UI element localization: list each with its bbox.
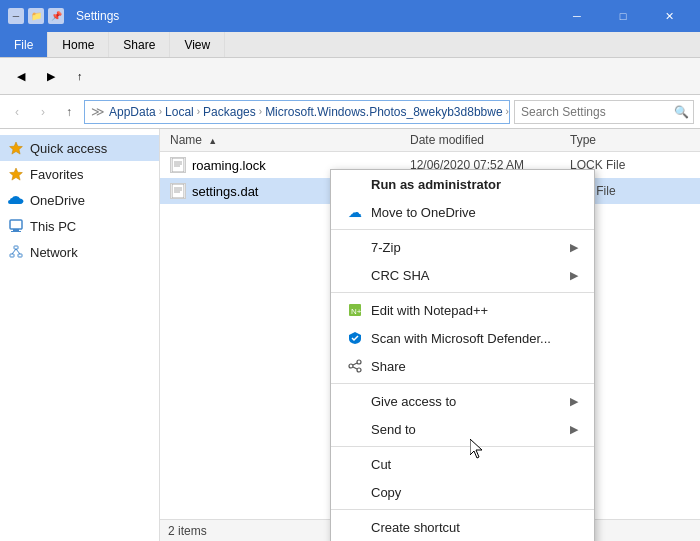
context-menu: Run as administrator ☁ Move to OneDrive … bbox=[330, 169, 595, 541]
svg-rect-3 bbox=[13, 229, 19, 231]
ribbon-up-button[interactable]: ↑ bbox=[68, 66, 92, 86]
ribbon-forward-button[interactable]: ▶ bbox=[38, 66, 64, 87]
svg-line-24 bbox=[353, 367, 357, 369]
svg-rect-7 bbox=[18, 254, 22, 257]
sidebar: Quick access Favorites OneDrive This PC … bbox=[0, 129, 160, 541]
ctx-separator-5 bbox=[331, 509, 594, 510]
onedrive-icon bbox=[8, 192, 24, 208]
file-icon-roaming bbox=[170, 157, 186, 173]
col-header-date: Date modified bbox=[410, 133, 570, 147]
svg-text:N+: N+ bbox=[351, 307, 362, 316]
svg-point-22 bbox=[357, 368, 361, 372]
ctx-crc-sha[interactable]: CRC SHA ▶ bbox=[331, 261, 594, 289]
ctx-defender[interactable]: Scan with Microsoft Defender... bbox=[331, 324, 594, 352]
file-icon-settings bbox=[170, 183, 186, 199]
svg-marker-1 bbox=[10, 168, 23, 180]
path-local: Local bbox=[165, 105, 194, 119]
notepadpp-icon: N+ bbox=[347, 302, 363, 318]
ribbon: File Home Share View ◀ ▶ ↑ bbox=[0, 32, 700, 95]
search-icon: 🔍 bbox=[674, 105, 689, 119]
defender-icon bbox=[347, 330, 363, 346]
onedrive-ctx-icon: ☁ bbox=[347, 204, 363, 220]
computer-icon bbox=[8, 218, 24, 234]
up-button[interactable]: ↑ bbox=[58, 101, 80, 123]
sidebar-item-network[interactable]: Network bbox=[0, 239, 159, 265]
svg-line-8 bbox=[12, 249, 16, 254]
sort-arrow: ▲ bbox=[208, 136, 217, 146]
admin-icon bbox=[347, 176, 363, 192]
minimize-button[interactable]: ─ bbox=[554, 0, 600, 32]
send-to-icon bbox=[347, 421, 363, 437]
file-list-header: Name ▲ Date modified Type bbox=[160, 129, 700, 152]
col-header-name: Name ▲ bbox=[160, 133, 410, 147]
svg-line-9 bbox=[16, 249, 20, 254]
svg-rect-10 bbox=[172, 158, 184, 172]
ctx-arrow-send-to: ▶ bbox=[570, 423, 578, 436]
col-header-type: Type bbox=[570, 133, 700, 147]
sidebar-item-onedrive[interactable]: OneDrive bbox=[0, 187, 159, 213]
ctx-run-as-admin[interactable]: Run as administrator bbox=[331, 170, 594, 198]
title-bar: ─ 📁 📌 Settings ─ □ ✕ bbox=[0, 0, 700, 32]
close-button[interactable]: ✕ bbox=[646, 0, 692, 32]
tab-home[interactable]: Home bbox=[48, 32, 109, 57]
favorites-icon bbox=[8, 166, 24, 182]
sidebar-item-favorites[interactable]: Favorites bbox=[0, 161, 159, 187]
svg-point-20 bbox=[357, 360, 361, 364]
search-input[interactable] bbox=[514, 100, 694, 124]
ctx-give-access[interactable]: Give access to ▶ bbox=[331, 387, 594, 415]
window-controls: ─ □ ✕ bbox=[554, 0, 692, 32]
forward-button[interactable]: › bbox=[32, 101, 54, 123]
sidebar-item-quick-access[interactable]: Quick access bbox=[0, 135, 159, 161]
path-appdata: AppData bbox=[109, 105, 156, 119]
address-bar: ‹ › ↑ ≫ AppData › Local › Packages › Mic… bbox=[0, 95, 700, 129]
sidebar-label-quick-access: Quick access bbox=[30, 141, 107, 156]
path-packages: Packages bbox=[203, 105, 256, 119]
title-minimize-icon: ─ bbox=[8, 8, 24, 24]
ctx-notepadpp[interactable]: N+ Edit with Notepad++ bbox=[331, 296, 594, 324]
give-access-icon bbox=[347, 393, 363, 409]
window-title: Settings bbox=[76, 9, 119, 23]
title-pin-icon: 📌 bbox=[48, 8, 64, 24]
ctx-cut[interactable]: Cut bbox=[331, 450, 594, 478]
ctx-arrow-crc: ▶ bbox=[570, 269, 578, 282]
tab-file[interactable]: File bbox=[0, 32, 48, 57]
network-icon bbox=[8, 244, 24, 260]
maximize-button[interactable]: □ bbox=[600, 0, 646, 32]
status-text: 2 items bbox=[168, 524, 207, 538]
ctx-copy[interactable]: Copy bbox=[331, 478, 594, 506]
sidebar-label-favorites: Favorites bbox=[30, 167, 83, 182]
svg-rect-5 bbox=[14, 246, 18, 249]
svg-marker-0 bbox=[10, 142, 23, 154]
ctx-share[interactable]: Share bbox=[331, 352, 594, 380]
star-icon bbox=[8, 140, 24, 156]
title-bar-icons: ─ 📁 📌 bbox=[8, 8, 64, 24]
ctx-separator-2 bbox=[331, 292, 594, 293]
sidebar-label-network: Network bbox=[30, 245, 78, 260]
share-icon bbox=[347, 358, 363, 374]
ctx-send-to[interactable]: Send to ▶ bbox=[331, 415, 594, 443]
ctx-arrow-give-access: ▶ bbox=[570, 395, 578, 408]
ctx-separator-3 bbox=[331, 383, 594, 384]
sidebar-label-this-pc: This PC bbox=[30, 219, 76, 234]
copy-icon bbox=[347, 484, 363, 500]
address-path[interactable]: ≫ AppData › Local › Packages › Microsoft… bbox=[84, 100, 510, 124]
svg-line-23 bbox=[353, 363, 357, 365]
ctx-separator-4 bbox=[331, 446, 594, 447]
svg-rect-2 bbox=[10, 220, 22, 229]
svg-point-21 bbox=[349, 364, 353, 368]
ctx-move-onedrive[interactable]: ☁ Move to OneDrive bbox=[331, 198, 594, 226]
ribbon-back-button[interactable]: ◀ bbox=[8, 66, 34, 87]
tab-view[interactable]: View bbox=[170, 32, 225, 57]
svg-rect-14 bbox=[172, 184, 184, 198]
ctx-separator-1 bbox=[331, 229, 594, 230]
ctx-7zip[interactable]: 7-Zip ▶ bbox=[331, 233, 594, 261]
ctx-arrow-7zip: ▶ bbox=[570, 241, 578, 254]
ribbon-content: ◀ ▶ ↑ bbox=[0, 58, 700, 94]
svg-rect-6 bbox=[10, 254, 14, 257]
tab-share[interactable]: Share bbox=[109, 32, 170, 57]
ctx-create-shortcut[interactable]: Create shortcut bbox=[331, 513, 594, 541]
crcsha-icon bbox=[347, 267, 363, 283]
main-area: Quick access Favorites OneDrive This PC … bbox=[0, 129, 700, 541]
sidebar-item-this-pc[interactable]: This PC bbox=[0, 213, 159, 239]
back-button[interactable]: ‹ bbox=[6, 101, 28, 123]
